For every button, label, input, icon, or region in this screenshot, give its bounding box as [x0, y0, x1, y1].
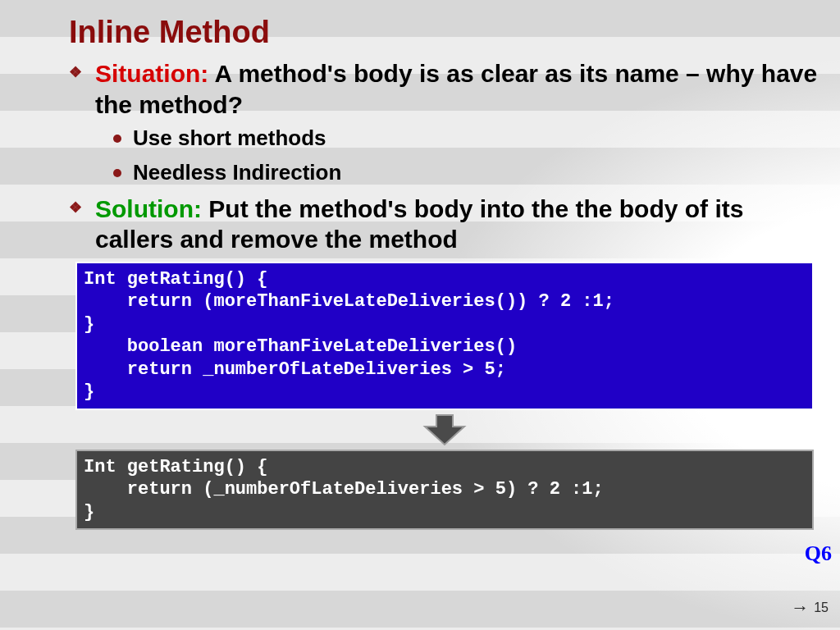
slide-content: Inline Method Situation: A method's body…	[0, 0, 840, 630]
code-block-after: Int getRating() { return (_numberOfLateD…	[75, 450, 814, 531]
question-label: Q6	[805, 541, 832, 566]
down-arrow-icon	[420, 413, 469, 446]
transform-arrow	[69, 413, 820, 446]
code-block-before: Int getRating() { return (moreThanFiveLa…	[75, 262, 814, 410]
page-number: 15	[814, 600, 829, 615]
sub-bullet-2: Needless Indirection	[133, 159, 820, 187]
sub-bullet-1: Use short methods	[133, 125, 820, 153]
solution-label: Solution:	[95, 195, 202, 222]
bullet-solution: Solution: Put the method's body into the…	[95, 194, 820, 255]
bullet-situation: Situation: A method's body is as clear a…	[95, 58, 820, 120]
slide-title: Inline Method	[69, 15, 820, 50]
page-footer: → 15	[791, 597, 829, 619]
svg-marker-0	[425, 415, 464, 445]
next-arrow-icon: →	[791, 597, 809, 619]
situation-label: Situation:	[95, 60, 208, 87]
